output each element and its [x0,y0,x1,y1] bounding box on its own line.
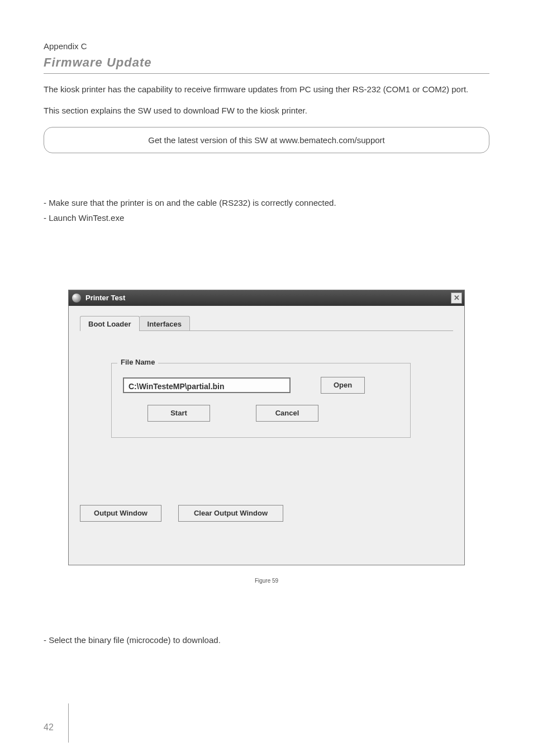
window-title: Printer Test [85,294,451,302]
footer-rule [68,703,69,743]
page-number: 42 [44,722,54,733]
close-icon[interactable]: ✕ [451,292,462,304]
step-3: - Select the binary file (microcode) to … [44,635,489,645]
info-callout: Get the latest version of this SW at www… [44,127,489,153]
open-button[interactable]: Open [321,377,365,394]
clear-output-window-button[interactable]: Clear Output Window [178,505,283,522]
tabpanel-boot-loader: File Name C:\WinTesteMP\partial.bin Open… [80,330,453,557]
intro-paragraph-1: The kiosk printer has the capability to … [44,84,489,95]
tab-interfaces[interactable]: Interfaces [140,316,190,331]
section-title: Firmware Update [44,55,489,74]
file-name-legend: File Name [117,358,158,366]
window-body: Boot Loader Interfaces File Name C:\WinT… [69,306,464,565]
tab-boot-loader[interactable]: Boot Loader [80,316,140,331]
step-1: - Make sure that the printer is on and t… [44,198,489,207]
figure-caption: Figure 59 [44,578,489,584]
step-2: - Launch WinTest.exe [44,213,489,223]
tabstrip: Boot Loader Interfaces [80,316,453,331]
intro-paragraph-2: This section explains the SW used to dow… [44,105,489,116]
file-name-group: File Name C:\WinTesteMP\partial.bin Open… [111,363,411,438]
file-path-input[interactable]: C:\WinTesteMP\partial.bin [123,377,291,393]
appendix-label: Appendix C [44,41,489,51]
output-window-button[interactable]: Output Window [80,505,161,522]
printer-test-window: Printer Test ✕ Boot Loader Interfaces Fi… [68,290,465,565]
cancel-button[interactable]: Cancel [256,405,318,422]
start-button[interactable]: Start [147,405,210,422]
app-icon [72,294,81,303]
window-titlebar: Printer Test ✕ [69,290,464,306]
